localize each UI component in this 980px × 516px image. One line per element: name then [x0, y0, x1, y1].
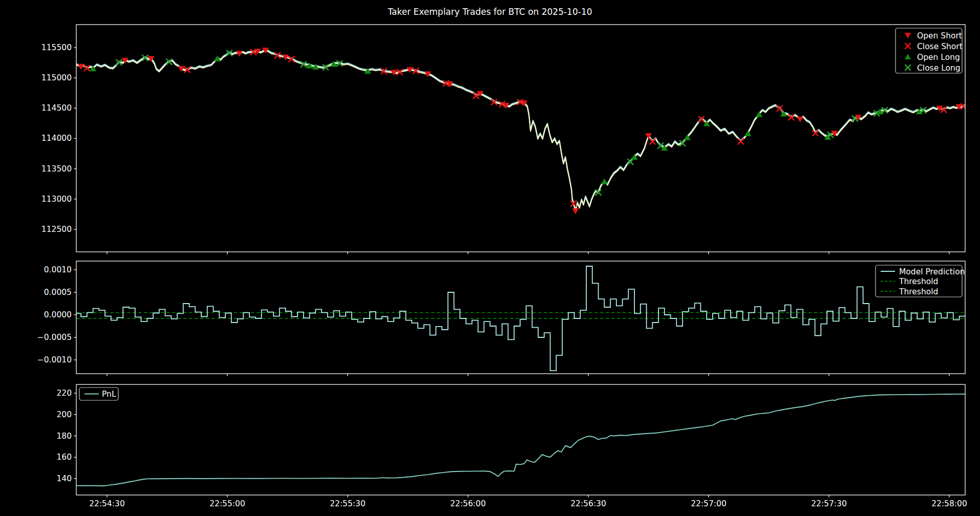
open-short-marker — [78, 64, 84, 70]
legend-pnl: PnL — [79, 388, 118, 400]
pnl-panel — [75, 394, 965, 486]
legend-label: Open Short — [917, 31, 962, 40]
x-axis-tick-label: 22:58:00 — [931, 499, 967, 508]
open-long-marker — [744, 130, 751, 136]
figure: Taker Exemplary Trades for BTC on 2025-1… — [0, 0, 980, 516]
legend-trades: Open ShortClose ShortOpen LongClose Long — [896, 28, 963, 73]
open-short-marker — [572, 208, 579, 214]
x-axis-tick-label: 22:57:00 — [691, 499, 727, 508]
x-axis-tick-label: 22:57:30 — [811, 499, 847, 508]
y-axis-tick-label: 115000 — [41, 73, 72, 82]
open-long-marker — [601, 179, 608, 185]
y-axis-tick-label: 113000 — [41, 195, 72, 204]
trade-markers — [78, 48, 967, 214]
legend-label: PnL — [102, 390, 116, 399]
legend-label: Model Prediction — [899, 267, 965, 276]
x-axis-tick-label: 22:56:00 — [450, 499, 486, 508]
legend-label: Close Short — [917, 42, 963, 51]
panel-frame — [76, 261, 965, 374]
y-axis-tick-label: 112500 — [41, 225, 72, 234]
close-short-marker — [789, 115, 794, 120]
y-axis-tick-label: 114500 — [41, 103, 72, 113]
x-axis-tick-label: 22:55:00 — [209, 499, 245, 508]
y-axis-tick-label: −0.0005 — [37, 333, 72, 342]
x-axis-tick-label: 22:54:30 — [89, 499, 125, 508]
legend-label: Threshold — [899, 287, 938, 296]
prediction-panel — [75, 266, 965, 371]
y-axis-tick-label: 0.0000 — [44, 310, 72, 319]
pnl-line — [75, 394, 965, 486]
y-axis-tick-label: 115500 — [41, 43, 72, 52]
y-axis-tick-label: 0.0010 — [44, 265, 72, 274]
legend-label: Open Long — [917, 53, 960, 62]
y-axis-tick-label: 140 — [56, 474, 72, 483]
y-axis-tick-label: 200 — [56, 410, 72, 419]
panel-frame — [76, 25, 965, 252]
legend-prediction: Model PredictionThresholdThreshold — [876, 265, 965, 297]
chart-svg: 1155001150001145001140001135001130001125… — [0, 0, 980, 516]
y-axis-tick-label: −0.0010 — [37, 355, 72, 364]
y-axis-tick-label: 114000 — [41, 134, 72, 143]
legend-label: Threshold — [899, 277, 938, 286]
legend-label: Close Long — [917, 63, 961, 73]
close-short-marker — [777, 106, 782, 111]
open-short-marker — [797, 117, 803, 123]
price-shadow-line — [75, 50, 965, 210]
price-panel — [75, 48, 966, 214]
y-axis-tick-label: 220 — [56, 389, 72, 398]
y-axis-tick-label: 180 — [56, 432, 72, 441]
y-axis-tick-label: 160 — [56, 453, 72, 462]
x-axis-tick-label: 22:55:30 — [330, 499, 366, 508]
y-axis-tick-label: 113500 — [41, 164, 72, 174]
y-axis-tick-label: 0.0005 — [44, 288, 72, 297]
x-axis-tick-label: 22:56:30 — [570, 499, 606, 508]
close-short-marker — [941, 107, 946, 112]
